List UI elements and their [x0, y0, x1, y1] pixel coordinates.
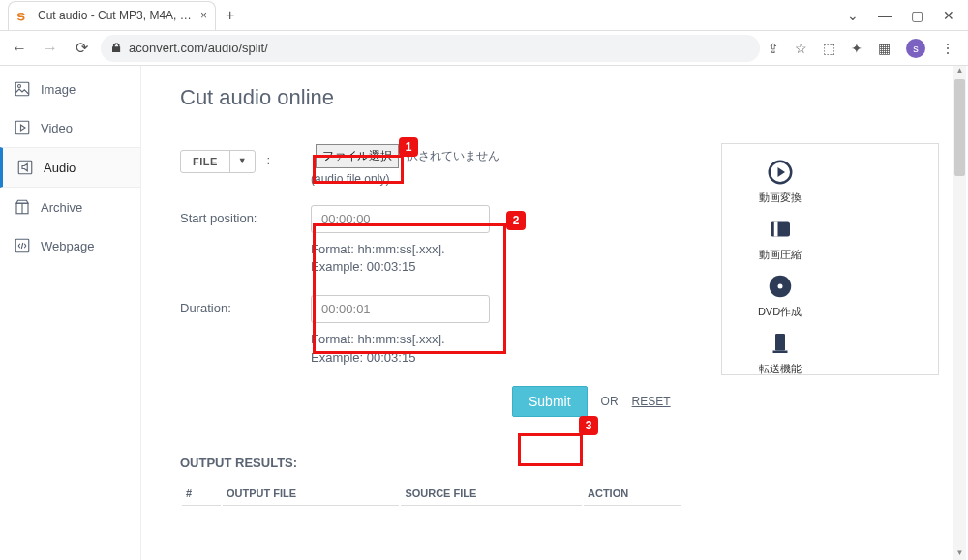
share-icon[interactable]: ⇪	[768, 41, 779, 56]
content-area: Cut audio online FILE ▼ : ファイル選択 択されていませ…	[140, 66, 968, 560]
sidebar-label: Image	[41, 82, 76, 97]
ad-item: 動画圧縮	[734, 215, 826, 262]
ad-item: 転送機能 無料試用	[734, 329, 826, 375]
svg-point-12	[777, 284, 782, 289]
window-minimize-caret-icon[interactable]: ⌄	[847, 8, 859, 23]
file-status-text: 択されていません	[407, 148, 499, 164]
svg-rect-13	[775, 334, 785, 351]
address-bar: ← → ⟳ 🔒︎ aconvert.com/audio/split/ ⇪ ☆ ⬚…	[0, 31, 968, 66]
url-text: aconvert.com/audio/split/	[129, 41, 268, 55]
svg-rect-0	[15, 82, 29, 96]
reset-link[interactable]: RESET	[632, 395, 671, 408]
sidebar: Image Video Audio Archive Webpage	[0, 66, 140, 560]
ad-label: 転送機能	[734, 362, 826, 375]
file-source-dropdown-icon[interactable]: ▼	[229, 151, 255, 172]
tab-close-icon[interactable]: ×	[200, 9, 207, 22]
browser-tab[interactable]: ട Cut audio - Cut MP3, M4A, OGG ×	[8, 1, 216, 30]
colon: :	[266, 153, 270, 167]
file-row: FILE ▼ :	[180, 144, 311, 186]
window-maximize-icon[interactable]: ▢	[911, 8, 923, 23]
new-tab-button[interactable]: +	[226, 7, 234, 24]
duration-input[interactable]	[311, 295, 490, 323]
file-source-button[interactable]: FILE ▼	[180, 150, 256, 173]
window-controls: ⌄ — ▢ ✕	[847, 8, 968, 23]
sidebar-item-image[interactable]: Image	[0, 70, 140, 108]
svg-rect-4	[18, 161, 32, 174]
svg-rect-2	[15, 121, 29, 134]
nav-forward-icon: →	[39, 40, 62, 57]
favicon-icon: ട	[16, 8, 32, 23]
archive-icon	[14, 198, 31, 216]
form-area: Cut audio online FILE ▼ : ファイル選択 択されていませ…	[180, 85, 682, 550]
output-col-source: SOURCE FILE	[401, 482, 582, 506]
sidebar-label: Video	[41, 121, 73, 135]
extensions-icon[interactable]: ✦	[851, 41, 862, 56]
start-position-label: Start position:	[180, 205, 311, 276]
scroll-up-icon[interactable]: ▲	[954, 66, 965, 77]
sidebar-item-archive[interactable]: Archive	[0, 188, 140, 226]
sidebar-item-audio[interactable]: Audio	[0, 147, 140, 188]
output-table: # OUTPUT FILE SOURCE FILE ACTION	[180, 480, 682, 508]
window-close-icon[interactable]: ✕	[943, 8, 954, 23]
compress-icon	[766, 215, 795, 244]
page-title: Cut audio online	[180, 85, 682, 110]
ad-item: DVD作成	[734, 272, 826, 319]
output-col-output: OUTPUT FILE	[223, 482, 399, 506]
sidebar-label: Archive	[41, 200, 82, 215]
svg-marker-3	[21, 125, 26, 131]
scroll-thumb[interactable]	[954, 79, 965, 176]
webpage-icon	[14, 237, 31, 254]
svg-rect-14	[772, 351, 787, 354]
apps-icon[interactable]: ▦	[878, 41, 891, 56]
duration-format-hint: Format: hh:mm:ss[.xxx]. Example: 00:03:1…	[311, 331, 495, 366]
toolbar-icons: ⇪ ☆ ⬚ ✦ ▦ s ⋮	[768, 39, 960, 58]
duration-label: Duration:	[180, 295, 311, 366]
image-icon	[14, 80, 31, 98]
bookmark-icon[interactable]: ☆	[795, 41, 807, 56]
scroll-down-icon[interactable]: ▼	[954, 548, 965, 560]
window-minimize-icon[interactable]: —	[878, 8, 892, 23]
install-icon[interactable]: ⬚	[823, 41, 835, 56]
vertical-scrollbar[interactable]: ▲ ▼	[953, 66, 966, 560]
tab-title: Cut audio - Cut MP3, M4A, OGG	[38, 9, 193, 22]
submit-button[interactable]: Submit	[512, 386, 588, 417]
svg-rect-9	[771, 222, 790, 237]
sidebar-item-video[interactable]: Video	[0, 108, 140, 147]
nav-back-icon[interactable]: ←	[8, 40, 31, 57]
profile-avatar[interactable]: s	[906, 39, 925, 58]
convert-icon	[766, 158, 795, 187]
ad-panel[interactable]: 動画変換 動画圧縮 DVD作成 転送機能 無料試用 1000以上の動画形式の変換…	[721, 143, 939, 375]
video-icon	[14, 119, 31, 136]
transfer-icon	[766, 329, 795, 358]
window-titlebar: ട Cut audio - Cut MP3, M4A, OGG × + ⌄ — …	[0, 0, 968, 31]
file-source-label: FILE	[181, 151, 229, 172]
ad-item: 動画変換	[734, 158, 826, 205]
nav-reload-icon[interactable]: ⟳	[70, 39, 93, 57]
svg-point-1	[18, 85, 21, 88]
url-input[interactable]: 🔒︎ aconvert.com/audio/split/	[101, 35, 760, 62]
audio-icon	[16, 159, 34, 176]
svg-marker-8	[777, 167, 785, 177]
start-format-hint: Format: hh:mm:ss[.xxx]. Example: 00:03:1…	[311, 241, 495, 276]
sidebar-label: Webpage	[41, 239, 94, 253]
lock-icon: 🔒︎	[110, 41, 123, 55]
output-col-num: #	[182, 482, 221, 506]
start-position-input[interactable]	[311, 205, 490, 233]
menu-icon[interactable]: ⋮	[941, 41, 954, 56]
sidebar-item-webpage[interactable]: Webpage	[0, 226, 140, 265]
output-col-action: ACTION	[584, 482, 681, 506]
ad-label: 動画圧縮	[734, 248, 826, 262]
ad-label: DVD作成	[734, 305, 826, 319]
file-hint: (audio file only)	[311, 172, 682, 186]
output-heading: OUTPUT RESULTS:	[180, 456, 682, 470]
ad-label: 動画変換	[734, 191, 826, 205]
choose-file-button[interactable]: ファイル選択	[316, 144, 399, 168]
svg-rect-10	[773, 222, 777, 237]
sidebar-label: Audio	[44, 161, 76, 175]
or-text: OR	[601, 395, 619, 408]
form-actions: Submit OR RESET	[512, 386, 682, 417]
dvd-icon	[766, 272, 795, 301]
